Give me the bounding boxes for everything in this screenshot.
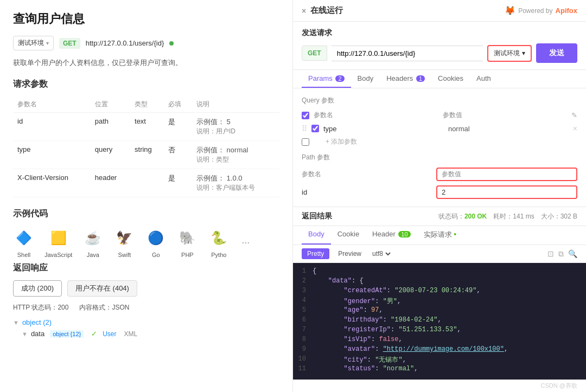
table-row: type query string 否 示例值： normal说明：类型 xyxy=(13,141,279,169)
status-code-label: 状态码：200 OK xyxy=(438,212,487,221)
status-tab-0[interactable]: 成功 (200) xyxy=(13,280,62,297)
param-header-checkbox[interactable] xyxy=(302,112,309,119)
tree-data-collapse-icon[interactable]: ▼ xyxy=(22,331,28,337)
more-button[interactable]: ··· xyxy=(241,237,250,248)
apifox-icon: 🦊 xyxy=(505,5,515,16)
status-ok-value: 200 OK xyxy=(464,213,487,220)
send-method-badge: GET xyxy=(302,46,327,61)
line-number: 8 xyxy=(293,336,313,345)
cell-name: type xyxy=(13,141,91,169)
param-tab-params[interactable]: Params 2 xyxy=(302,70,351,88)
time-value: 141 ms xyxy=(513,213,534,220)
code-line: 10 "city": "无锡市", xyxy=(293,355,586,365)
response-meta: HTTP 状态码：200 内容格式：JSON xyxy=(13,303,279,312)
preview-button[interactable]: Preview xyxy=(334,248,366,259)
method-badge-left: GET xyxy=(59,38,80,49)
chevron-right-icon: ▾ xyxy=(522,49,525,57)
line-number: 11 xyxy=(293,365,313,375)
type-param-name: type xyxy=(323,125,444,133)
cell-desc: 示例值： 5说明：用户ID xyxy=(192,113,279,141)
cell-name: id xyxy=(13,113,91,141)
table-row: X-Client-Version header 是 示例值： 1.0.0说明：客… xyxy=(13,169,279,197)
code-icon-swift[interactable]: 🦅Swift xyxy=(113,227,135,258)
env-select-left[interactable]: 测试环境 ▾ xyxy=(13,36,54,50)
swift-icon: 🦅 xyxy=(113,227,135,249)
result-tab-cookie[interactable]: Cookie xyxy=(331,226,366,245)
swift-label: Swift xyxy=(118,252,131,258)
send-label: 发送请求 xyxy=(302,28,577,38)
actual-dot: • xyxy=(454,230,456,239)
tree-root[interactable]: ▼ object (2) xyxy=(13,317,279,328)
id-param-name: id xyxy=(302,188,432,196)
line-number: 6 xyxy=(293,316,313,326)
param-tab-cookies[interactable]: Cookies xyxy=(431,70,470,88)
env-label-left: 测试环境 xyxy=(18,38,44,48)
javascript-label: JavaScript xyxy=(44,252,72,258)
shell-label: Shell xyxy=(17,252,30,258)
send-button[interactable]: 发送 xyxy=(536,43,577,63)
cell-location: path xyxy=(91,113,130,141)
id-path-row: id 2 xyxy=(302,183,577,201)
add-param-row[interactable]: + 添加参数 xyxy=(302,135,577,149)
expand-icon[interactable]: ⧉ xyxy=(558,249,564,259)
copy-icon[interactable]: ⊡ xyxy=(547,249,554,259)
code-icon-shell[interactable]: 🔷Shell xyxy=(13,227,35,258)
code-line: 4 "gender": "男", xyxy=(293,297,586,306)
result-tab-header[interactable]: Header 10 xyxy=(366,226,417,245)
type-param-delete[interactable]: × xyxy=(573,124,577,133)
status-tabs: 成功 (200)用户不存在 (404) xyxy=(13,280,279,297)
table-row: id path text 是 示例值： 5说明：用户ID xyxy=(13,113,279,141)
php-icon: 🐘 xyxy=(176,227,198,249)
cell-required: 否 xyxy=(164,141,192,169)
powered-label: Powered by xyxy=(518,7,552,15)
line-content: "createdAt": "2008-07-23 00:24:49", xyxy=(313,287,586,297)
code-line: 5 "age": 97, xyxy=(293,306,586,316)
cell-location: query xyxy=(91,141,130,169)
encoding-select[interactable]: utf8 xyxy=(370,249,392,258)
code-icon-php[interactable]: 🐘PHP xyxy=(176,227,198,258)
add-param-checkbox[interactable] xyxy=(302,138,309,146)
result-meta: 状态码：200 OK 耗时：141 ms 大小：302 B xyxy=(438,212,577,221)
result-tab-body[interactable]: Body xyxy=(302,226,331,245)
close-button[interactable]: × xyxy=(302,7,306,15)
env-right-label: 测试环境 xyxy=(494,49,520,58)
param-tab-auth[interactable]: Auth xyxy=(470,70,498,88)
tree-data-row[interactable]: ▼ data object {12} ✓ User XML xyxy=(22,328,279,339)
result-header: 返回结果 状态码：200 OK 耗时：141 ms 大小：302 B xyxy=(293,207,586,226)
tab-count-headers: 1 xyxy=(416,75,425,82)
result-tab-actual[interactable]: 实际请求 • xyxy=(417,226,463,245)
tree-root-label: object (2) xyxy=(22,318,52,326)
line-content: "status": "normal", xyxy=(313,365,586,375)
size-label: 大小：302 B xyxy=(541,212,577,221)
search-icon[interactable]: 🔍 xyxy=(568,249,577,259)
env-select-right[interactable]: 测试环境 ▾ xyxy=(487,45,532,62)
line-number: 1 xyxy=(293,267,313,277)
param-tab-headers[interactable]: Headers 1 xyxy=(380,70,431,88)
right-title-group: × 在线运行 xyxy=(302,5,343,16)
code-section-title: 示例代码 xyxy=(13,208,279,220)
code-icon-pytho[interactable]: 🐍Pytho xyxy=(208,227,230,258)
param-tab-body[interactable]: Body xyxy=(351,70,380,88)
code-view: 1{2 "data": {3 "createdAt": "2008-07-23 … xyxy=(293,263,586,380)
type-param-checkbox[interactable] xyxy=(311,125,319,132)
code-icon-java[interactable]: ☕Java xyxy=(82,227,104,258)
env-bar: 测试环境 ▾ GET http://127.0.0.1/users/{id} xyxy=(13,36,279,50)
watermark: CSDN @养歌 xyxy=(293,380,586,392)
send-url-input[interactable] xyxy=(332,46,483,61)
status-tab-1[interactable]: 用户不存在 (404) xyxy=(67,280,137,297)
response-section-title: 返回响应 xyxy=(13,262,279,274)
code-icon-javascript[interactable]: 🟨JavaScript xyxy=(44,227,72,258)
add-param-label[interactable]: + 添加参数 xyxy=(326,137,357,146)
id-param-value-box[interactable]: 2 xyxy=(436,185,577,199)
edit-icon[interactable]: ✎ xyxy=(571,111,577,119)
code-icon-go[interactable]: 🔵Go xyxy=(145,227,167,258)
line-content: "gender": "男", xyxy=(313,297,586,306)
size-value: 302 B xyxy=(560,213,577,220)
tree-collapse-icon[interactable]: ▼ xyxy=(13,319,19,326)
javascript-icon: 🟨 xyxy=(48,227,69,249)
line-content: "age": 97, xyxy=(313,306,586,316)
code-icons-bar: 🔷Shell🟨JavaScript☕Java🦅Swift🔵Go🐘PHP🐍Pyth… xyxy=(13,227,279,258)
query-params-label: Query 参数 xyxy=(302,96,577,105)
pretty-button[interactable]: Pretty xyxy=(302,248,329,259)
cell-type: text xyxy=(130,113,164,141)
